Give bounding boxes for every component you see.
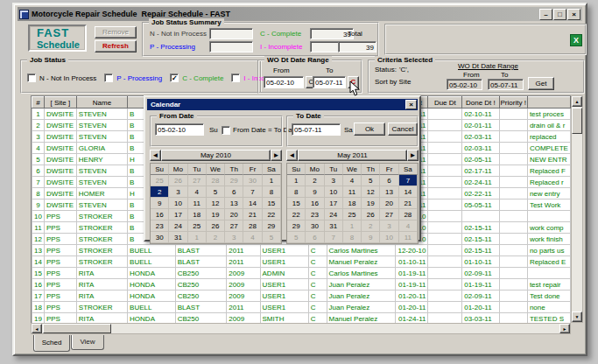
calendar-day[interactable]: 6 [306,232,324,243]
vertical-scroll-thumb[interactable] [572,108,582,134]
calendar-day[interactable]: 15 [263,198,281,209]
calendar-day[interactable]: 20 [380,198,398,209]
job-status-checkbox[interactable]: N - Not In Process [27,74,96,82]
calendar-day[interactable]: 5 [263,232,281,243]
calendar-day[interactable]: 14 [399,186,418,198]
checkbox-box-icon[interactable] [231,74,240,82]
calendar-day[interactable]: 18 [188,209,207,220]
calendar-day[interactable]: 9 [306,186,324,198]
column-header[interactable]: Due Dt [428,97,462,108]
minimize-button[interactable]: – [539,9,552,20]
next-month-right-icon[interactable]: ► [407,150,419,161]
scroll-right-icon[interactable]: ► [559,324,570,333]
calendar-day[interactable]: 13 [225,198,243,209]
calendar-day[interactable]: 22 [263,209,281,220]
calendar-day[interactable]: 2 [306,175,324,186]
to-calendar-button[interactable]: C [348,76,359,88]
calendar-day[interactable]: 5 [362,175,380,186]
scroll-up-icon[interactable]: ▲ [572,96,582,107]
dialog-to-date-input[interactable]: 05-07-11 [292,123,341,136]
calendar-day[interactable]: 2 [207,232,225,243]
horizontal-scroll-thumb[interactable] [43,324,111,333]
calendar-day[interactable]: 28 [243,220,262,232]
calendar-day[interactable]: 12 [207,198,225,209]
table-row[interactable]: 19PPSRITAHONDACB2502009SMITHCManuel Pera… [32,313,571,324]
title-bar[interactable]: Motorcycle Repair Schedule Repair Schedu… [18,7,582,21]
calendar-day[interactable]: 29 [225,175,243,186]
dialog-from-date-input[interactable]: 05-02-10 [155,123,204,136]
calendar-day[interactable]: 8 [343,232,362,243]
calendar-day[interactable]: 27 [188,175,207,186]
calendar-day[interactable]: 1 [343,220,362,232]
calendar-day[interactable]: 25 [343,209,362,220]
calendar-day[interactable]: 31 [169,232,187,243]
calendar-day[interactable]: 4 [399,220,418,232]
refresh-button[interactable]: Refresh [95,40,137,52]
checkbox-box-icon[interactable] [104,74,113,82]
calendar-day[interactable]: 26 [169,175,187,186]
next-month-left-icon[interactable]: ► [271,150,282,161]
to-date-input[interactable]: 05-07-11 [313,76,346,88]
calendar-day[interactable]: 3 [325,175,343,186]
remove-button[interactable]: Remove [95,26,137,38]
calendar-day[interactable]: 27 [225,220,243,232]
scroll-left-icon[interactable]: ◄ [32,324,42,333]
calendar-day[interactable]: 24 [325,209,343,220]
calendar-day[interactable]: 28 [207,175,225,186]
horizontal-scrollbar[interactable]: ◄ ► [31,323,571,334]
calendar-day[interactable]: 3 [225,232,243,243]
calendar-day[interactable]: 8 [263,186,281,198]
table-row[interactable]: 17PPSRITAHONDACB2502009USER1CJuan Perale… [32,290,571,302]
calendar-day[interactable]: 3 [169,186,187,198]
calendar-day[interactable]: 4 [343,175,362,186]
calendar-day[interactable]: 16 [306,198,324,209]
scroll-down-icon[interactable]: ▼ [572,312,582,322]
calendar-day[interactable]: 23 [151,220,169,232]
job-status-checkbox[interactable]: ✓C - Complete [170,74,223,82]
calendar-day[interactable]: 11 [343,186,362,198]
calendar-day[interactable]: 1 [263,175,281,186]
calendar-day[interactable]: 12 [362,186,380,198]
calendar-day[interactable]: 26 [207,220,225,232]
checkbox-box-icon[interactable]: ✓ [170,74,179,82]
job-status-checkbox[interactable]: P - Processing [104,74,162,82]
calendar-day[interactable]: 7 [243,186,262,198]
close-button[interactable]: × [567,9,580,20]
column-header[interactable]: [ Site ] [44,97,76,108]
calendar-day[interactable]: 13 [380,186,398,198]
calendar-day[interactable]: 19 [362,198,380,209]
calendar-day[interactable]: 3 [380,220,398,232]
dialog-close-icon[interactable]: × [405,100,417,109]
calendar-day[interactable]: 5 [207,186,225,198]
calendar-day[interactable]: 10 [325,186,343,198]
calendar-day[interactable]: 1 [287,175,306,186]
calendar-day[interactable]: 7 [399,175,418,186]
calendar-day[interactable]: 23 [306,209,324,220]
calendar-day[interactable]: 11 [399,232,418,243]
prev-month-right-icon[interactable]: ◄ [286,150,298,161]
calendar-day[interactable]: 8 [287,186,306,198]
calendar-day[interactable]: 16 [151,209,169,220]
calendar-day[interactable]: 10 [380,232,398,243]
column-header[interactable]: # [32,97,45,108]
ok-button[interactable]: Ok [354,122,385,136]
calendar-day[interactable]: 5 [287,232,306,243]
table-row[interactable]: 18PPSSTROKERBUELLBLAST2011USER1CJuan Per… [32,302,571,313]
table-row[interactable]: 14PPSSTROKERBUELLBLAST2011USER1CManuel P… [32,256,571,268]
calendar-day[interactable]: 29 [263,220,281,232]
calendar-day[interactable]: 20 [225,209,243,220]
calendar-day[interactable]: 30 [243,175,262,186]
calendar-day[interactable]: 4 [243,232,262,243]
table-row[interactable]: 13PPSSTROKERBUELLBLAST2011USER1CCarlos M… [32,245,571,256]
tab-sched[interactable]: Sched [33,335,70,352]
calendar-dialog-titlebar[interactable]: Calendar × [147,99,418,110]
calendar-day[interactable]: 18 [343,198,362,209]
export-excel-icon[interactable]: X [570,34,582,46]
calendar-day[interactable]: 21 [243,209,262,220]
calendar-day[interactable]: 9 [362,232,380,243]
calendar-day[interactable]: 6 [380,175,398,186]
calendar-day[interactable]: 24 [169,220,187,232]
calendar-day[interactable]: 11 [188,198,207,209]
vertical-scrollbar[interactable]: ▲ ▼ [571,95,583,323]
calendar-day[interactable]: 2 [362,220,380,232]
